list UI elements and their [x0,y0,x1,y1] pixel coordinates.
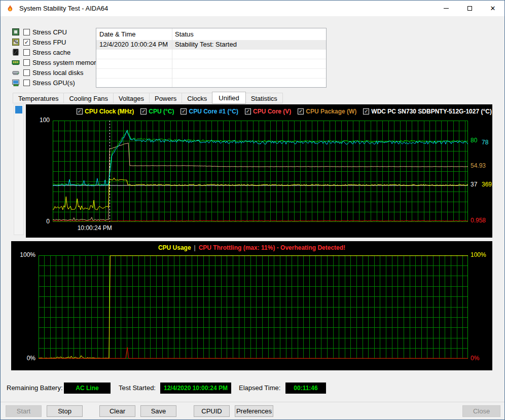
axis-label: 0 [28,218,50,225]
legend-label: CPU Core #1 (°C) [189,108,238,115]
stress-checkbox-stress-cpu[interactable] [23,29,30,35]
test-started-label: Test Started: [119,384,156,392]
axis-label: 37 [471,181,477,188]
legend-item-cpu-core-1-c[interactable]: ✓CPU Core #1 (°C) [181,108,238,115]
log-cell-status: Stability Test: Started [172,40,326,49]
legend-item-cpu-c[interactable]: ✓CPU (°C) [140,108,174,115]
maximize-button[interactable] [458,1,481,16]
maximize-icon [467,6,472,11]
tab-strip: TemperaturesCooling FansVoltagesPowersCl… [13,93,282,103]
stress-option-stress-gpu-s: Stress GPU(s) [12,78,99,88]
log-table-body: 12/4/2020 10:00:24 PMStability Test: Sta… [96,40,326,88]
stress-checkbox-stress-gpu-s[interactable] [23,80,30,86]
stress-option-label: Stress CPU [32,28,67,36]
clear-button[interactable]: Clear [99,405,135,417]
tab-temperatures[interactable]: Temperatures [13,93,64,103]
titlebar: System Stability Test - AIDA64 ✕ [1,1,504,16]
stress-option-stress-system-memory: Stress system memory [12,57,99,67]
stress-checkbox-stress-local-disks[interactable] [23,69,30,76]
tab-clocks[interactable]: Clocks [182,93,212,103]
log-table-empty-row [96,69,326,79]
preferences-button[interactable]: Preferences [235,405,273,417]
log-table-empty-row [96,59,326,69]
chart-legend: ✓CPU Clock (MHz)✓CPU (°C)✓CPU Core #1 (°… [77,108,492,115]
column-header-status[interactable]: Status [172,28,326,40]
stress-checkbox-stress-fpu[interactable]: ✓ [23,39,30,46]
legend-item-wdc-pc-sn730-sdbpnty-512g-1027-c[interactable]: ✓WDC PC SN730 SDBPNTY-512G-1027 (°C) [363,108,492,115]
legend-checkbox[interactable]: ✓ [363,108,369,114]
stress-checkbox-stress-cache[interactable] [23,49,30,56]
usage-chart-header: CPU Usage|CPU Throttling (max: 11%) - Ov… [11,244,492,251]
close-button: Close [462,405,500,417]
tab-voltages[interactable]: Voltages [113,93,150,103]
event-log-table: Date & Time Status 12/4/2020 10:00:24 PM… [96,28,327,88]
log-table-row[interactable]: 12/4/2020 10:00:24 PMStability Test: Sta… [96,40,326,50]
legend-label: CPU (°C) [149,108,174,115]
cache-icon [12,48,20,56]
cpu-icon [12,28,20,36]
stress-option-stress-cache: Stress cache [12,47,99,57]
flame-icon [6,5,14,13]
svg-text:%: % [14,40,18,45]
stress-option-label: Stress GPU(s) [32,79,75,87]
legend-label: CPU Clock (MHz) [85,108,134,115]
tab-powers[interactable]: Powers [149,93,182,103]
tab-cooling-fans[interactable]: Cooling Fans [63,93,114,103]
legend-label: CPU Core (V) [253,108,291,115]
stress-option-label: Stress local disks [32,69,83,77]
log-table-empty-row [96,50,326,59]
cpu-usage-graph [39,255,468,359]
status-bar: Remaining Battery: AC Line Test Started:… [1,382,504,394]
stress-checkbox-stress-system-memory[interactable] [23,59,30,66]
cpuid-button[interactable]: CPUID [194,405,230,417]
log-table-header: Date & Time Status [96,28,326,40]
window-title: System Stability Test - AIDA64 [19,5,108,12]
elapsed-time-label: Elapsed Time: [239,384,280,392]
tab-statistics[interactable]: Statistics [245,93,283,103]
column-header-date-time[interactable]: Date & Time [96,28,172,40]
column-divider [172,28,172,87]
stress-option-label: Stress cache [32,49,70,56]
legend-item-cpu-core-v[interactable]: ✓CPU Core (V) [245,108,291,115]
close-window-button[interactable]: ✕ [481,1,504,16]
legend-label: CPU Package (W) [306,108,356,115]
scrollbar-thumb[interactable] [15,106,22,113]
memory-icon [12,58,20,66]
gpu-icon [12,79,20,87]
legend-checkbox[interactable]: ✓ [245,108,251,114]
axis-label: 3692 [482,181,492,188]
stress-options-list: Stress CPU%✓Stress FPUStress cacheStress… [12,27,99,88]
throttling-warning: CPU Throttling (max: 11%) - Overheating … [199,244,345,251]
axis-label: 100% [14,251,35,259]
axis-label: 54.93 [471,162,486,170]
minimize-icon [444,8,449,9]
log-table-empty-row [96,79,326,88]
tab-unified[interactable]: Unified [212,92,245,104]
close-icon: ✕ [490,5,496,12]
axis-label: 78 [482,139,488,146]
stress-option-stress-fpu: %✓Stress FPU [12,37,99,47]
log-cell-datetime: 12/4/2020 10:00:24 PM [96,40,172,49]
legend-checkbox[interactable]: ✓ [181,108,187,114]
stop-button[interactable]: Stop [47,405,83,417]
legend-checkbox[interactable]: ✓ [140,108,147,114]
axis-label: 0% [471,355,479,362]
chart-scrollbar[interactable] [14,104,24,235]
legend-checkbox[interactable]: ✓ [77,108,83,114]
stress-option-label: Stress system memory [32,59,99,66]
save-button[interactable]: Save [140,405,176,417]
axis-label: 100 [28,117,50,124]
battery-label: Remaining Battery: [7,384,63,392]
x-axis-tick: 10:00:24 PM [78,224,112,232]
axis-label: 100% [471,251,486,259]
legend-item-cpu-package-w[interactable]: ✓CPU Package (W) [298,108,356,115]
stress-option-stress-cpu: Stress CPU [12,27,99,37]
axis-label: 0.958 [471,217,486,224]
legend-item-cpu-clock-mhz[interactable]: ✓CPU Clock (MHz) [77,108,134,115]
battery-value: AC Line [64,383,111,394]
axis-label: 80 [471,137,477,144]
cpu-usage-title: CPU Usage [158,244,191,251]
legend-label: WDC PC SN730 SDBPNTY-512G-1027 (°C) [371,108,492,115]
legend-checkbox[interactable]: ✓ [298,108,304,114]
minimize-button[interactable] [435,1,458,16]
